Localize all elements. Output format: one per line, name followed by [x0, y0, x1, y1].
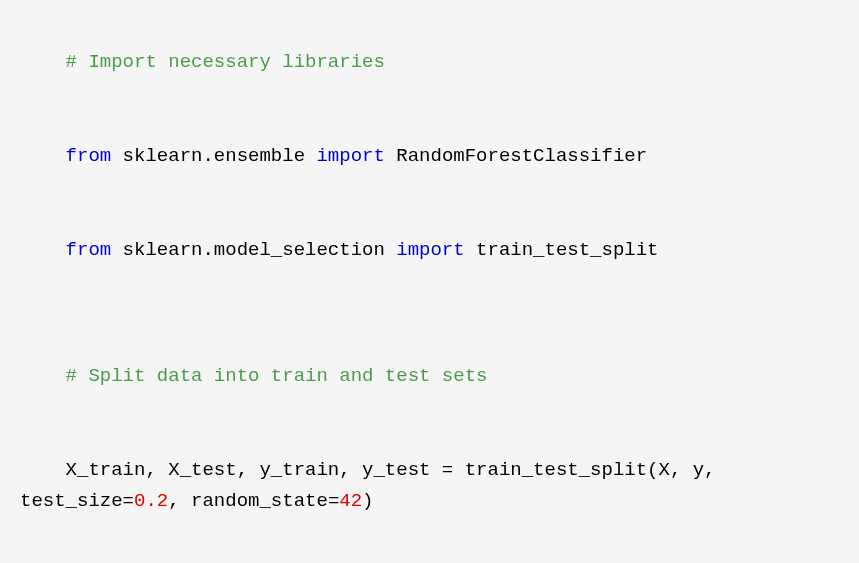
- keyword-text: import: [316, 145, 384, 167]
- blank-line: [20, 549, 839, 563]
- code-text: ): [362, 490, 373, 512]
- number-text: 0.2: [134, 490, 168, 512]
- code-line: from sklearn.model_selection import trai…: [20, 204, 839, 298]
- comment-text: # Import necessary libraries: [66, 51, 385, 73]
- comment-text: # Split data into train and test sets: [66, 365, 488, 387]
- code-line: # Split data into train and test sets: [20, 329, 839, 423]
- code-line: X_train, X_test, y_train, y_test = train…: [20, 423, 839, 548]
- blank-line: [20, 298, 839, 329]
- keyword-text: from: [66, 145, 112, 167]
- code-text: sklearn.ensemble: [111, 145, 316, 167]
- code-line: from sklearn.ensemble import RandomFores…: [20, 110, 839, 204]
- code-line: # Import necessary libraries: [20, 16, 839, 110]
- keyword-text: import: [396, 239, 464, 261]
- keyword-text: from: [66, 239, 112, 261]
- number-text: 42: [339, 490, 362, 512]
- code-text: RandomForestClassifier: [385, 145, 647, 167]
- code-text: train_test_split: [465, 239, 659, 261]
- code-block: # Import necessary libraries from sklear…: [20, 16, 839, 563]
- code-text: sklearn.model_selection: [111, 239, 396, 261]
- code-text: , random_state=: [168, 490, 339, 512]
